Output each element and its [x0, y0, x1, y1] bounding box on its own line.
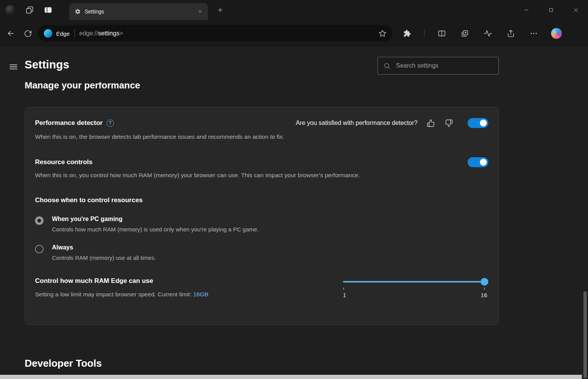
profile-avatar[interactable]: [5, 5, 15, 15]
resource-controls-description: When this is on, you control how much RA…: [35, 172, 488, 179]
tab-settings[interactable]: Settings: [69, 3, 208, 20]
tab-title: Settings: [85, 8, 194, 15]
workspaces-icon[interactable]: [25, 6, 34, 14]
vertical-scrollbar[interactable]: [583, 291, 587, 378]
radio-selected-icon[interactable]: [35, 216, 43, 225]
slider-min-label: 1: [343, 292, 346, 298]
toggle-knob: [480, 159, 487, 166]
favorite-star-icon[interactable]: [379, 30, 386, 37]
settings-search[interactable]: [378, 57, 499, 75]
performance-detector-toggle[interactable]: [468, 118, 488, 128]
thumbs-down-icon[interactable]: [444, 118, 454, 128]
tab-actions-icon[interactable]: [44, 7, 52, 13]
slider-track-fill: [343, 281, 484, 283]
site-name: Edge: [56, 30, 70, 37]
search-input[interactable]: [395, 62, 493, 70]
option-pc-gaming-label: When you're PC gaming: [52, 216, 259, 223]
ram-limit-title: Control how much RAM Edge can use: [35, 277, 343, 285]
ram-limit-description: Setting a low limit may impact browser s…: [35, 291, 343, 298]
ram-limit-description-text: Setting a low limit may impact browser s…: [35, 291, 193, 298]
tick-min: [343, 288, 344, 290]
ram-slider-knob[interactable]: [481, 278, 488, 286]
navigation-toolbar: Edge edge://settings>: [0, 20, 588, 47]
maximize-button[interactable]: [539, 0, 563, 20]
toggle-knob: [480, 120, 487, 126]
section-heading: Manage your performance: [25, 82, 140, 95]
feedback-question: Are you satisfied with performance detec…: [296, 120, 418, 126]
next-section-edge: [0, 375, 582, 379]
edge-logo-icon: [44, 29, 52, 38]
help-icon[interactable]: ?: [107, 120, 114, 127]
page-title: Settings: [25, 58, 69, 71]
current-limit-link[interactable]: 16GB: [193, 291, 209, 298]
performance-detector-title: Performance detector: [35, 119, 103, 127]
url-scheme: edge://: [79, 30, 98, 37]
settings-and-more-icon[interactable]: [528, 28, 540, 39]
choose-resources-heading: Choose when to control resources: [35, 196, 488, 204]
option-always-description: Controls RAM (memory) use at all times.: [52, 254, 156, 261]
option-always-label: Always: [52, 244, 156, 251]
minimize-button[interactable]: [514, 0, 539, 20]
menu-icon[interactable]: [8, 63, 18, 71]
address-divider: [74, 30, 75, 37]
toolbar-divider: [424, 30, 424, 37]
back-button[interactable]: [2, 25, 19, 42]
tick-max: [484, 288, 485, 290]
performance-card: Performance detector ? Are you satisfied…: [25, 107, 499, 325]
ram-slider-track[interactable]: [343, 278, 488, 286]
share-icon[interactable]: [505, 28, 516, 39]
option-pc-gaming[interactable]: When you're PC gaming Controls how much …: [35, 216, 488, 233]
thumbs-up-icon[interactable]: [426, 118, 436, 128]
resource-controls-row: Resource controls: [35, 157, 488, 167]
slider-ticks: [343, 288, 488, 291]
option-pc-gaming-description: Controls how much RAM (memory) is used o…: [52, 226, 259, 233]
url-suffix: >: [119, 30, 123, 37]
split-screen-icon[interactable]: [436, 28, 448, 39]
tab-bar: Settings: [0, 0, 588, 20]
tab-close-icon[interactable]: [198, 9, 202, 14]
extensions-icon[interactable]: [402, 28, 413, 39]
performance-detector-description: When this is on, the browser detects tab…: [35, 133, 488, 140]
copilot-icon[interactable]: [551, 28, 562, 39]
collections-icon[interactable]: [459, 28, 471, 39]
option-always[interactable]: Always Controls RAM (memory) use at all …: [35, 244, 488, 261]
close-button[interactable]: [563, 0, 588, 20]
new-tab-button[interactable]: [215, 5, 226, 15]
ram-limit-row: Control how much RAM Edge can use Settin…: [35, 277, 488, 298]
resource-controls-toggle[interactable]: [468, 157, 488, 167]
search-icon: [383, 62, 391, 70]
address-bar[interactable]: Edge edge://settings>: [38, 25, 393, 42]
slider-max-label: 16: [481, 292, 487, 298]
resource-controls-title: Resource controls: [35, 158, 92, 166]
gear-icon: [75, 8, 81, 15]
refresh-button[interactable]: [19, 25, 36, 42]
performance-detector-row: Performance detector ? Are you satisfied…: [35, 118, 488, 128]
radio-unselected-icon[interactable]: [35, 245, 43, 253]
slider-labels: 1 16: [343, 292, 488, 298]
browser-essentials-icon[interactable]: [482, 28, 494, 39]
url-text: edge://settings>: [79, 30, 123, 37]
url-path: settings: [98, 30, 119, 37]
ram-slider[interactable]: 1 16: [343, 278, 488, 298]
developer-tools-heading: Developer Tools: [25, 357, 102, 369]
